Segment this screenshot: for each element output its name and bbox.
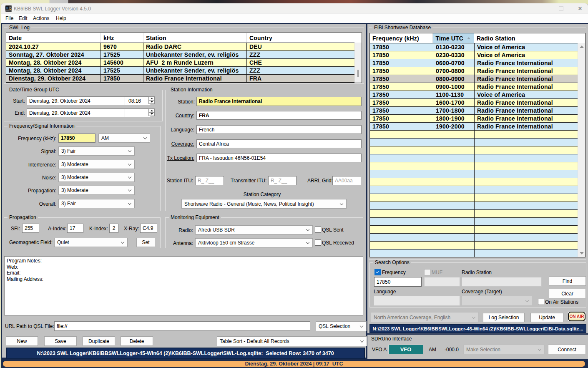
sdruno-selection-select[interactable]: Make Selection (463, 345, 545, 354)
sfi-input[interactable]: 255 (22, 224, 39, 233)
stepper-up-icon[interactable] (148, 96, 155, 101)
qsl-url-input[interactable]: file:// (54, 321, 310, 331)
table-sort-select[interactable]: Table Sort - Default All Records (217, 336, 367, 346)
swl-col-khz[interactable]: kHz (101, 33, 143, 43)
table-row[interactable]: Montag, 28. Oktober 2024145600AFU 2 m Ru… (6, 58, 362, 66)
set-button[interactable]: Set (136, 238, 155, 247)
swl-col-station[interactable]: Station (143, 33, 246, 43)
language-input[interactable]: French (196, 125, 362, 134)
search-frequency-checkbox[interactable] (374, 269, 381, 275)
table-row[interactable]: Sonntag, 27. Oktober 202417525Unbekannte… (6, 50, 362, 58)
table-row[interactable]: 178500230-0330Voice of America (370, 51, 585, 59)
qsl-received-checkbox[interactable] (315, 239, 321, 246)
log-selection-button[interactable]: Log Selection (483, 313, 525, 322)
overall-select[interactable]: 3) Fair (58, 199, 135, 208)
scroll-down-icon[interactable] (580, 252, 584, 255)
table-row[interactable]: 178501100-1130Voice of America (370, 91, 585, 98)
arrl-grid-label[interactable]: ARRL Grid: (307, 178, 333, 184)
table-row[interactable] (370, 186, 585, 194)
country-input[interactable]: FRA (196, 111, 362, 120)
delete-button[interactable]: Delete (121, 336, 153, 346)
menu-edit[interactable]: Edit (19, 15, 28, 21)
table-row[interactable]: Dienstag, 29. Oktober 202417850Radio Fra… (6, 74, 362, 82)
radio-select[interactable]: Afredi USB SDR (195, 225, 313, 234)
menu-file[interactable]: File (5, 15, 13, 21)
search-frequency-input[interactable]: 17850 (374, 277, 422, 287)
station-input[interactable]: Radio France International (196, 97, 362, 106)
antenna-select[interactable]: Aktivloop 150 cm Strasse (195, 238, 313, 247)
table-row[interactable] (370, 202, 585, 209)
coverage-preset-select[interactable]: North American Coverage, English (371, 312, 479, 323)
table-row[interactable] (370, 209, 585, 217)
eibi-scrollbar[interactable] (578, 43, 585, 257)
close-button[interactable]: ✕ (573, 3, 587, 14)
search-muf-checkbox[interactable] (424, 269, 430, 275)
table-row[interactable]: 178500700-0800Radio France International (370, 67, 585, 75)
on-air-stations-checkbox[interactable] (538, 299, 544, 305)
tx-location-input[interactable]: FRA - Issoudun 46N56-01E54 (196, 154, 362, 162)
table-row[interactable] (370, 146, 585, 154)
end-time-stepper[interactable] (148, 108, 155, 116)
program-notes-textarea[interactable]: Program Notes: Web: Email: Mailing Addre… (4, 256, 363, 315)
qsl-sent-checkbox[interactable] (315, 227, 321, 233)
start-time-stepper[interactable] (148, 96, 155, 104)
update-button[interactable]: Update (530, 313, 563, 322)
vfo-button[interactable]: VFO (388, 345, 423, 354)
table-row[interactable]: 178501800-1900Radio France International (370, 114, 585, 122)
connect-button[interactable]: Connect (548, 345, 586, 354)
clear-button[interactable]: Clear (549, 289, 586, 298)
table-row[interactable]: 178501900-2000Radio France International (370, 122, 585, 130)
stepper-up-icon[interactable] (148, 108, 155, 113)
station-itu-label[interactable]: Station ITU: (167, 178, 193, 184)
frequency-input[interactable]: 17850 (58, 134, 95, 143)
table-row[interactable]: Montag, 28. Oktober 202417525Unbekannter… (6, 66, 362, 74)
table-row[interactable]: 178500130-0230Voice of America (370, 43, 585, 51)
table-row[interactable] (370, 154, 585, 162)
table-row[interactable] (6, 82, 362, 83)
search-frequency-label[interactable]: Frequency (382, 270, 406, 275)
noise-select[interactable]: 3) Moderate (58, 173, 135, 182)
start-date-input[interactable]: Dienstag, 29. Oktober 2024 (27, 96, 125, 105)
transmitter-itu-label[interactable]: Transmitter ITU: (231, 178, 266, 184)
station-category-select[interactable]: Shortwave Radio - General (Music, News, … (181, 199, 347, 209)
table-row[interactable]: 178501600-1700Radio France International (370, 98, 585, 106)
swl-col-country[interactable]: Country (246, 33, 362, 43)
propagation-select[interactable]: 3) Moderate (58, 186, 135, 195)
menu-actions[interactable]: Actions (33, 15, 49, 21)
scroll-up-icon[interactable] (580, 45, 584, 48)
coverage-input[interactable]: Central Africa (196, 139, 362, 148)
stepper-down-icon[interactable] (148, 113, 155, 116)
station-itu-input[interactable]: R_ Z__ (195, 176, 224, 185)
table-row[interactable] (370, 138, 585, 146)
table-row[interactable]: 178500900-1000Radio France International (370, 83, 585, 91)
table-row[interactable] (370, 249, 585, 257)
geomagnetic-select[interactable]: Quiet (54, 238, 128, 247)
save-button[interactable]: Save (44, 336, 77, 346)
table-row[interactable]: 178500600-0700Radio France International (370, 59, 585, 67)
search-muf-input[interactable] (424, 277, 460, 287)
end-date-input[interactable]: Dienstag, 29. Oktober 2024 (27, 108, 125, 117)
stepper-down-icon[interactable] (148, 101, 155, 104)
table-row[interactable] (370, 130, 585, 138)
eibi-col-radio-station[interactable]: Radio Station (474, 33, 585, 43)
search-coverage-select[interactable] (462, 296, 532, 306)
swl-log-scrollbar[interactable] (354, 43, 362, 83)
table-row[interactable]: 178500800-0900Radio France International (370, 75, 585, 83)
table-row[interactable]: 178501700-1800Radio France International (370, 106, 585, 114)
qsl-sent-label[interactable]: QSL Sent (322, 227, 344, 233)
end-time-input[interactable] (125, 108, 151, 117)
table-row[interactable] (370, 257, 585, 257)
qsl-received-label[interactable]: QSL Received (322, 240, 354, 246)
interference-select[interactable]: 3) Moderate (58, 160, 135, 169)
transmitter-itu-input[interactable]: R_ Z__ (268, 176, 297, 185)
search-coverage-label[interactable]: Coverage (Target) (462, 289, 502, 295)
menu-help[interactable]: Help (56, 15, 66, 21)
table-row[interactable]: 2024.10.279670Radio DARCDEU (6, 43, 362, 50)
table-row[interactable] (370, 241, 585, 249)
maximize-button[interactable] (554, 3, 568, 14)
new-button[interactable]: New (6, 336, 38, 346)
search-radio-station-input[interactable] (462, 277, 542, 287)
table-row[interactable] (370, 217, 585, 225)
coverage-label[interactable]: Coverage: (165, 141, 194, 147)
eibi-col-frequency[interactable]: Frequency (kHz) (370, 33, 432, 43)
